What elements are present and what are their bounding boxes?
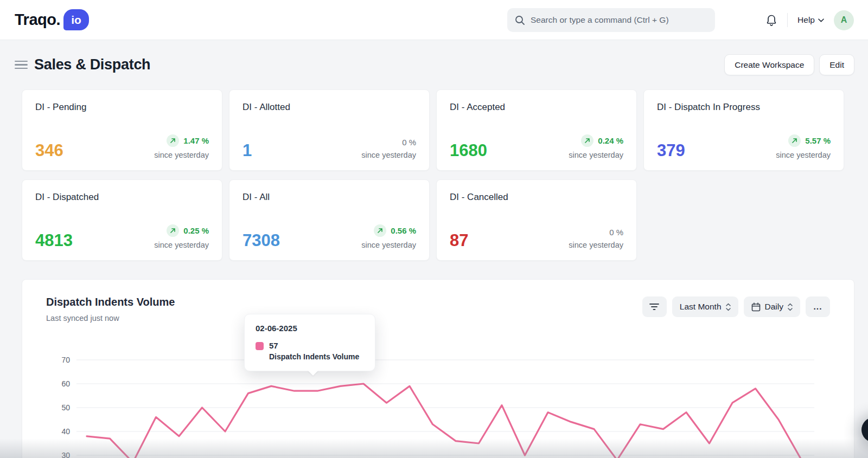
kpi-change-value: 5.57 % xyxy=(805,136,831,145)
svg-text:70: 70 xyxy=(61,356,70,364)
svg-text:50: 50 xyxy=(61,403,70,412)
avatar[interactable]: A xyxy=(834,10,854,30)
kpi-change-value: 0 % xyxy=(402,138,416,147)
kpi-value: 4813 xyxy=(35,231,73,250)
series-swatch xyxy=(256,342,264,350)
trend-up-icon xyxy=(167,134,179,147)
top-bar: Traqo. io Search or type a command (Ctrl… xyxy=(0,0,868,40)
kpi-change-value: 0.25 % xyxy=(183,226,209,235)
help-menu[interactable]: Help xyxy=(797,15,824,25)
kpi-card[interactable]: DI - Dispatched 4813 0.25 % since yester… xyxy=(22,179,222,261)
kpi-grid: DI - Pending 346 1.47 % since yesterday … xyxy=(22,89,844,261)
kpi-value: 346 xyxy=(35,141,63,160)
kpi-card[interactable]: DI - All 7308 0.56 % since yesterday xyxy=(229,179,430,261)
page-title: Sales & Dispatch xyxy=(34,56,150,73)
chart-card: Dispatch Indents Volume Last synced just… xyxy=(22,279,854,458)
kpi-card[interactable]: DI - Accepted 1680 0.24 % since yesterda… xyxy=(436,89,637,171)
trend-up-icon xyxy=(788,134,801,147)
kpi-value: 1 xyxy=(242,141,252,160)
kpi-value: 87 xyxy=(450,231,468,250)
kpi-card[interactable]: DI - Allotted 1 0 % since yesterday xyxy=(229,89,430,171)
trend-up-icon xyxy=(581,134,593,147)
kpi-subtext: since yesterday xyxy=(154,151,209,159)
search-icon xyxy=(515,15,525,25)
kpi-value: 1680 xyxy=(450,141,487,160)
kpi-title: DI - Dispatched xyxy=(35,192,209,203)
notifications-bell-icon[interactable] xyxy=(765,14,777,27)
kpi-value: 7308 xyxy=(242,231,280,250)
kpi-change: 0.24 % xyxy=(569,134,623,147)
svg-text:30: 30 xyxy=(61,451,70,458)
kpi-subtext: since yesterday xyxy=(154,241,209,249)
kpi-subtext: since yesterday xyxy=(569,241,623,249)
trend-up-icon xyxy=(374,224,386,237)
app-logo[interactable]: Traqo. io xyxy=(15,9,89,30)
tooltip-series-label: Dispatch Indents Volume xyxy=(269,352,359,361)
kpi-change-value: 1.47 % xyxy=(183,136,209,145)
kpi-subtext: since yesterday xyxy=(569,151,623,159)
svg-text:60: 60 xyxy=(61,379,70,388)
kpi-title: DI - Pending xyxy=(35,102,209,113)
kpi-change: 0.25 % xyxy=(154,224,209,237)
kpi-card[interactable]: DI - Cancelled 87 0 % since yesterday xyxy=(436,179,637,261)
kpi-change: 1.47 % xyxy=(154,134,209,147)
kpi-card[interactable]: DI - Pending 346 1.47 % since yesterday xyxy=(22,89,222,171)
kpi-title: DI - Allotted xyxy=(242,102,416,113)
chart-tooltip: 02-06-2025 57 Dispatch Indents Volume xyxy=(244,314,375,371)
kpi-change-value: 0.24 % xyxy=(598,136,623,145)
page-header: Sales & Dispatch Create Workspace Edit xyxy=(0,40,868,87)
logo-text: Traqo. xyxy=(15,11,60,29)
topbar-divider xyxy=(787,13,788,27)
chevron-down-icon xyxy=(818,18,824,22)
search-input[interactable]: Search or type a command (Ctrl + G) xyxy=(507,8,715,32)
svg-text:40: 40 xyxy=(61,427,70,436)
kpi-subtext: since yesterday xyxy=(361,151,416,159)
kpi-card[interactable]: DI - Dispatch In Progress 379 5.57 % sin… xyxy=(643,89,844,171)
trend-up-icon xyxy=(167,224,179,237)
kpi-change: 5.57 % xyxy=(776,134,831,147)
kpi-change: 0.56 % xyxy=(361,224,416,237)
kpi-title: DI - Cancelled xyxy=(450,192,623,203)
kpi-change-value: 0.56 % xyxy=(391,226,416,235)
edit-button[interactable]: Edit xyxy=(819,54,854,75)
tooltip-value: 57 xyxy=(269,341,359,350)
kpi-title: DI - All xyxy=(242,192,416,203)
tooltip-pointer xyxy=(308,370,318,376)
chat-widget-button[interactable] xyxy=(861,417,868,442)
kpi-change: 0 % xyxy=(569,228,623,237)
kpi-title: DI - Dispatch In Progress xyxy=(657,102,831,113)
kpi-change: 0 % xyxy=(361,138,416,147)
kpi-subtext: since yesterday xyxy=(776,151,831,159)
search-placeholder: Search or type a command (Ctrl + G) xyxy=(531,15,669,25)
kpi-change-value: 0 % xyxy=(609,228,623,237)
avatar-initial: A xyxy=(841,15,847,25)
menu-icon[interactable] xyxy=(15,61,28,69)
kpi-title: DI - Accepted xyxy=(450,102,623,113)
kpi-value: 379 xyxy=(657,141,685,160)
help-label: Help xyxy=(797,15,815,25)
kpi-subtext: since yesterday xyxy=(361,241,416,249)
create-workspace-button[interactable]: Create Workspace xyxy=(724,54,814,75)
logo-badge: io xyxy=(63,9,89,30)
line-chart: 7060504030 xyxy=(22,280,855,458)
tooltip-date: 02-06-2025 xyxy=(256,324,364,333)
